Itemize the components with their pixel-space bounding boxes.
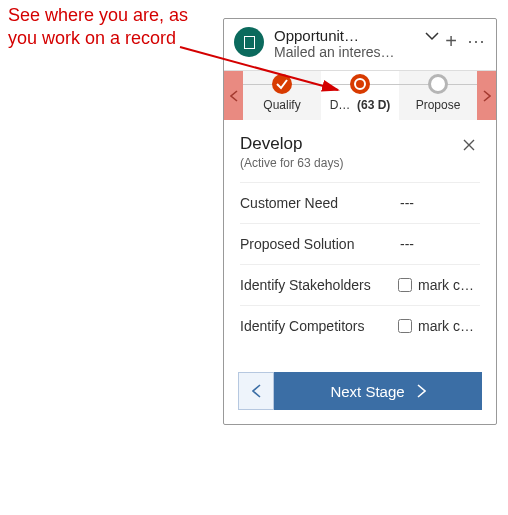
previous-stage-button[interactable] (238, 372, 274, 410)
checkbox-label: mark co… (418, 277, 480, 293)
add-button[interactable]: + (445, 31, 457, 51)
stage-scroll-left[interactable] (224, 71, 243, 120)
stage-develop[interactable]: D… (63 D) (321, 71, 399, 112)
field-identify-competitors[interactable]: Identify Competitors mark co… (240, 305, 480, 346)
stage-qualify[interactable]: Qualify (243, 71, 321, 112)
stage-body: Develop (Active for 63 days) Customer Ne… (224, 120, 496, 360)
field-identify-stakeholders[interactable]: Identify Stakeholders mark co… (240, 264, 480, 305)
stage-complete-icon (272, 74, 292, 94)
process-panel: Opportunit… Mailed an interes… + ⋯ Quali… (223, 18, 497, 425)
field-value: --- (400, 236, 480, 252)
mark-complete-checkbox[interactable] (398, 278, 412, 292)
stage-future-icon (428, 74, 448, 94)
stage-active-icon (350, 74, 370, 94)
expand-chevron-icon[interactable] (425, 27, 439, 45)
field-customer-need[interactable]: Customer Need --- (240, 182, 480, 223)
more-menu-icon[interactable]: ⋯ (467, 32, 486, 50)
chevron-right-icon (417, 384, 426, 398)
header-text: Opportunit… Mailed an interes… (274, 27, 425, 60)
stage-title: Develop (240, 134, 343, 154)
stage-subtitle: (Active for 63 days) (240, 156, 343, 170)
stage-scroll-right[interactable] (477, 71, 496, 120)
panel-header: Opportunit… Mailed an interes… + ⋯ (224, 19, 496, 70)
mark-complete-checkbox[interactable] (398, 319, 412, 333)
stage-strip: Qualify D… (63 D) Propose (224, 70, 496, 120)
next-stage-button[interactable]: Next Stage (274, 372, 482, 410)
close-icon[interactable] (458, 134, 480, 159)
stage-propose[interactable]: Propose (399, 71, 477, 112)
field-proposed-solution[interactable]: Proposed Solution --- (240, 223, 480, 264)
record-title: Opportunit… (274, 27, 425, 44)
field-value: --- (400, 195, 480, 211)
annotation-text: See where you are, as you work on a reco… (8, 4, 188, 49)
record-subtitle: Mailed an interes… (274, 44, 425, 60)
footer: Next Stage (224, 360, 496, 424)
record-entity-icon (234, 27, 264, 57)
checkbox-label: mark co… (418, 318, 480, 334)
